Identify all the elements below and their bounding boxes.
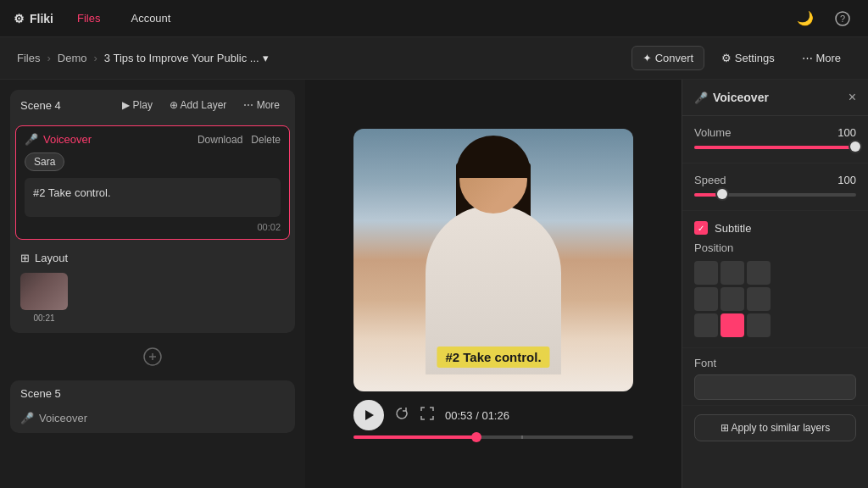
subtitle-row: ✓ Subtitle [694, 221, 856, 235]
position-grid [694, 261, 856, 337]
breadcrumb-bar: Files › Demo › 3 Tips to Improve Your Pu… [0, 37, 868, 80]
position-cell-0[interactable] [694, 261, 718, 285]
scene5-card: Scene 5 🎤 Voiceover [10, 380, 295, 433]
thumbnail-image [20, 273, 68, 310]
position-cell-8[interactable] [747, 313, 771, 337]
scene5-header: Scene 5 [10, 380, 295, 407]
apply-to-similar-button[interactable]: ⊞ Apply to similar layers [694, 414, 856, 441]
scene4-actions: ▶ Play ⊕ Add Layer ⋯ More [117, 97, 285, 114]
gear-icon: ⚙ [14, 12, 25, 25]
video-subtitle: #2 Take control. [437, 347, 549, 368]
breadcrumb-actions: ✦ Convert ⚙ Settings ⋯ More [632, 46, 851, 70]
font-section: Font [682, 348, 868, 406]
volume-label: Volume [694, 126, 731, 139]
position-cell-3[interactable] [694, 287, 718, 311]
nav-right: 🌙 ? [793, 7, 854, 30]
left-panel: Scene 4 ▶ Play ⊕ Add Layer ⋯ More 🎤 Voic… [0, 80, 305, 488]
scene4-card: Scene 4 ▶ Play ⊕ Add Layer ⋯ More 🎤 Voic… [10, 90, 295, 333]
volume-thumb [850, 141, 860, 152]
speed-value: 100 [837, 174, 856, 186]
voice-chip[interactable]: Sara [25, 152, 64, 171]
voiceover-header: 🎤 Voiceover Download Delete [25, 133, 281, 146]
voiceover-layer: 🎤 Voiceover Download Delete Sara #2 Take… [15, 125, 290, 240]
convert-button[interactable]: ✦ Convert [632, 46, 704, 70]
progress-track[interactable] [353, 435, 633, 439]
app-name: Fliki [30, 12, 53, 25]
scene4-more-button[interactable]: ⋯ More [238, 97, 285, 114]
chapter-marker [521, 435, 523, 439]
scene4-header: Scene 4 ▶ Play ⊕ Add Layer ⋯ More [10, 90, 295, 120]
layout-thumbnail[interactable] [20, 273, 68, 310]
help-button[interactable]: ? [831, 7, 854, 30]
speed-section: Speed 100 [682, 164, 868, 211]
breadcrumb-sep-2: › [93, 52, 97, 64]
add-scene-button[interactable] [10, 341, 295, 372]
scene4-play-button[interactable]: ▶ Play [117, 97, 158, 114]
breadcrumb-current[interactable]: 3 Tips to Improve Your Public ... ▾ [104, 52, 269, 64]
font-selector[interactable] [694, 374, 856, 400]
person-hair [456, 136, 531, 178]
speed-label: Speed [694, 174, 726, 186]
position-cell-2[interactable] [747, 261, 771, 285]
voiceover-panel-title: Voiceover [713, 91, 843, 104]
font-label: Font [694, 357, 856, 369]
video-player: #2 Take control. [353, 129, 633, 391]
position-section: Position [694, 241, 856, 337]
position-cell-4[interactable] [721, 287, 744, 311]
settings-button[interactable]: ⚙ Settings [711, 47, 785, 69]
speed-slider[interactable] [694, 193, 856, 197]
voiceover-text[interactable]: #2 Take control. [25, 178, 281, 217]
progress-fill [353, 435, 476, 439]
replay-button[interactable] [394, 406, 409, 424]
grid-icon: ⊞ [20, 252, 30, 264]
position-cell-7[interactable] [721, 313, 744, 337]
chevron-down-icon: ▾ [263, 52, 269, 64]
volume-fill [694, 146, 856, 149]
layout-title: ⊞ Layout [20, 252, 285, 264]
video-progress[interactable] [353, 435, 633, 439]
position-label: Position [694, 241, 856, 254]
voiceover-download-button[interactable]: Download [198, 134, 242, 146]
fullscreen-button[interactable] [420, 406, 435, 424]
subtitle-section: ✓ Subtitle Position [682, 211, 868, 348]
voiceover-duration: 00:02 [25, 222, 281, 232]
play-button[interactable] [353, 400, 384, 430]
right-panel: 🎤 Voiceover × Volume 100 Speed 100 [682, 80, 868, 488]
subtitle-checkbox[interactable]: ✓ [694, 221, 708, 235]
more-button[interactable]: ⋯ More [792, 47, 851, 69]
scene5-title: Scene 5 [20, 387, 61, 400]
volume-value: 100 [837, 126, 856, 139]
voiceover-delete-button[interactable]: Delete [251, 134, 281, 146]
speed-fill [694, 193, 723, 197]
volume-row: Volume 100 [694, 126, 856, 139]
video-time: 00:53 / 01:26 [445, 409, 509, 422]
position-cell-5[interactable] [747, 287, 771, 311]
svg-marker-5 [365, 410, 374, 420]
panel-close-button[interactable]: × [849, 90, 856, 105]
nav-files[interactable]: Files [70, 8, 107, 28]
thumbnail-time: 00:21 [20, 313, 68, 323]
dark-mode-button[interactable]: 🌙 [793, 7, 817, 30]
speed-thumb [717, 189, 727, 199]
progress-thumb [471, 432, 481, 442]
layout-section: ⊞ Layout 00:21 [10, 245, 295, 333]
voiceover-actions: Download Delete [198, 134, 281, 146]
position-cell-1[interactable] [721, 261, 744, 285]
breadcrumb-demo[interactable]: Demo [58, 52, 87, 64]
volume-slider[interactable] [694, 146, 856, 149]
video-controls: 00:53 / 01:26 [353, 400, 633, 430]
center-panel: #2 Take control. 00:53 [305, 80, 682, 488]
top-nav: ⚙ Fliki Files Account 🌙 ? [0, 0, 868, 37]
app-logo: ⚙ Fliki [14, 12, 53, 25]
subtitle-label: Subtitle [715, 222, 751, 235]
breadcrumb-files[interactable]: Files [17, 52, 40, 64]
scene5-voiceover-label: Voiceover [39, 412, 87, 424]
volume-section: Volume 100 [682, 116, 868, 164]
nav-account[interactable]: Account [124, 8, 177, 28]
position-cell-6[interactable] [694, 313, 718, 337]
panel-mic-icon: 🎤 [694, 92, 708, 104]
scene5-mic-icon: 🎤 [20, 412, 34, 424]
svg-text:?: ? [840, 14, 845, 24]
scene4-add-layer-button[interactable]: ⊕ Add Layer [164, 97, 231, 114]
main-content: Scene 4 ▶ Play ⊕ Add Layer ⋯ More 🎤 Voic… [0, 80, 868, 488]
